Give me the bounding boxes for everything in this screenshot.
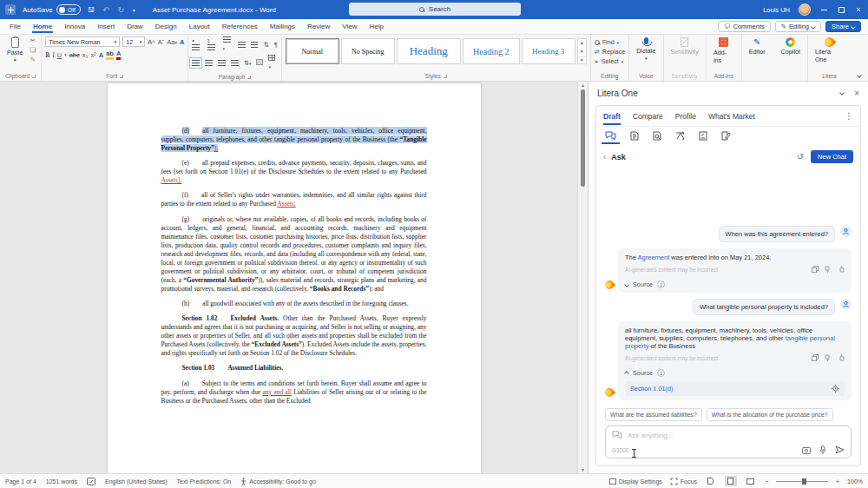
clear-formatting-button[interactable]: A	[180, 38, 184, 46]
editing-mode-button[interactable]: ✎Editing	[775, 21, 821, 32]
copy-button[interactable]: ❏	[30, 46, 36, 54]
mic-icon[interactable]	[819, 445, 826, 454]
copy-response-icon[interactable]	[812, 266, 819, 273]
back-chevron-icon[interactable]: ‹	[603, 152, 606, 162]
zoom-slider-thumb[interactable]	[802, 478, 806, 485]
zoom-slider[interactable]	[776, 481, 828, 482]
highlight-color-button[interactable]: ab	[106, 49, 114, 60]
decrease-indent-button[interactable]	[238, 42, 246, 48]
app-launcher-icon[interactable]	[5, 4, 16, 15]
bullets-button[interactable]: •	[192, 36, 201, 52]
ask-chat-icon[interactable]	[605, 131, 616, 143]
redo-button[interactable]: ↻	[117, 5, 124, 15]
copilot-button[interactable]: Copilot	[778, 36, 804, 56]
checklist-icon[interactable]	[699, 131, 707, 143]
ask-input[interactable]	[628, 432, 845, 439]
user-avatar[interactable]	[799, 3, 811, 16]
tab-draft[interactable]: Draft	[603, 108, 621, 125]
proofing-icon[interactable]	[87, 478, 95, 485]
text-effects-button[interactable]: A	[99, 51, 103, 59]
thumbs-up-icon[interactable]	[838, 354, 845, 361]
panel-collapse-icon[interactable]	[839, 90, 845, 96]
show-marks-button[interactable]: ¶	[274, 41, 278, 49]
close-button[interactable]: ×	[854, 5, 863, 14]
panel-close-icon[interactable]: ×	[854, 89, 859, 98]
document-page[interactable]: (d)all furniture, fixtures, equipment, m…	[108, 83, 481, 473]
paste-button[interactable]: Paste ▾	[3, 36, 26, 63]
shrink-font-button[interactable]: Aˇ	[158, 38, 165, 46]
tab-whats-market[interactable]: What's Market	[708, 108, 755, 125]
style-normal[interactable]: Normal	[286, 38, 339, 64]
tab-profile[interactable]: Profile	[675, 108, 696, 125]
suggestion-chip-2[interactable]: What is the allocation of the purchase p…	[707, 408, 833, 421]
screenshot-icon[interactable]	[802, 446, 811, 454]
multilevel-list-button[interactable]: ▾	[223, 36, 233, 52]
draft-edit-icon[interactable]	[721, 131, 731, 143]
print-layout-button[interactable]	[725, 476, 737, 486]
minimize-button[interactable]	[819, 5, 828, 14]
justify-button[interactable]	[231, 60, 239, 66]
change-case-button[interactable]: Aa▾	[167, 38, 177, 46]
menu-tab-design[interactable]: Design	[149, 21, 183, 33]
review-doc-icon[interactable]	[653, 131, 661, 143]
tab-compare[interactable]: Compare	[633, 108, 663, 125]
page-indicator[interactable]: Page 1 of 4	[5, 478, 36, 485]
menu-tab-view[interactable]: View	[336, 21, 363, 33]
align-left-button[interactable]	[192, 60, 200, 66]
copy-response-icon[interactable]	[812, 354, 819, 361]
bold-button[interactable]: B	[45, 51, 49, 59]
dialog-launcher-icon[interactable]	[247, 76, 251, 79]
focus-button[interactable]: Focus	[670, 478, 697, 485]
source-item[interactable]: Section 1.01(d)	[625, 381, 845, 396]
restore-button[interactable]	[837, 5, 845, 14]
word-count[interactable]: 1251 words	[46, 478, 77, 485]
dialog-launcher-icon[interactable]	[120, 75, 123, 78]
addins-button[interactable]: Add-ins	[710, 36, 738, 65]
menu-tab-layout[interactable]: Layout	[183, 21, 216, 33]
comments-button[interactable]: 🗩Comments	[718, 21, 771, 32]
strikethrough-button[interactable]: abc	[69, 51, 80, 59]
shading-button[interactable]	[256, 59, 263, 67]
send-icon[interactable]	[835, 445, 845, 454]
font-color-button[interactable]: A	[116, 49, 121, 60]
zoom-out-button[interactable]: −	[765, 478, 768, 485]
thumbs-down-icon[interactable]	[825, 354, 832, 361]
document-canvas[interactable]: (d)all furniture, fixtures, equipment, m…	[0, 82, 588, 473]
suggestion-chip-1[interactable]: What are the assumed liabilities?	[605, 408, 702, 421]
text-predictions[interactable]: Text Predictions: On	[177, 478, 232, 485]
sort-button[interactable]: ⇅	[263, 41, 268, 49]
agreement-link[interactable]: Agreement	[638, 254, 670, 261]
replace-button[interactable]: ⇄Replace	[595, 48, 625, 56]
italic-button[interactable]: I	[52, 51, 55, 59]
subscript-button[interactable]: x₂	[82, 51, 89, 59]
accessibility-status[interactable]: Accessibility: Good to go	[240, 478, 316, 485]
zoom-in-button[interactable]: +	[836, 478, 839, 485]
font-size-combo[interactable]: 12▾	[122, 36, 145, 47]
underline-button[interactable]: U	[57, 51, 62, 59]
menu-tab-mailings[interactable]: Mailings	[264, 21, 301, 33]
editor-button[interactable]: ✎ Editor	[746, 36, 769, 56]
sensitivity-button[interactable]: Sensitivity	[667, 36, 702, 56]
search-box[interactable]: Search	[349, 3, 521, 16]
style-heading2[interactable]: Heading 2	[463, 38, 520, 64]
style-no-spacing[interactable]: No Spacing	[341, 38, 395, 64]
autosave-toggle[interactable]: Off	[56, 4, 81, 15]
menu-tab-insert[interactable]: Insert	[91, 21, 121, 33]
qat-customize-icon[interactable]: ▾	[133, 7, 135, 13]
zoom-level[interactable]: 100%	[847, 478, 863, 485]
format-painter-button[interactable]: ✎	[30, 56, 36, 63]
locate-target-icon[interactable]	[832, 385, 839, 392]
new-chat-button[interactable]: New Chat	[811, 150, 853, 163]
numbering-button[interactable]: 1	[207, 36, 218, 52]
style-heading1[interactable]: Heading	[397, 38, 461, 64]
dictate-button[interactable]: Dictate ▾	[633, 36, 659, 62]
menu-tab-innova[interactable]: Innova	[58, 21, 91, 33]
superscript-button[interactable]: x²	[90, 51, 95, 59]
summarize-doc-icon[interactable]	[630, 131, 639, 143]
find-button[interactable]: Find▾	[595, 38, 625, 46]
style-heading3[interactable]: Heading 3	[522, 38, 575, 64]
litera-one-button[interactable]: Litera One	[812, 36, 847, 64]
share-button[interactable]: Share	[825, 21, 861, 32]
read-mode-button[interactable]	[705, 476, 717, 486]
scroll-down-icon[interactable]: ▼	[581, 467, 585, 472]
